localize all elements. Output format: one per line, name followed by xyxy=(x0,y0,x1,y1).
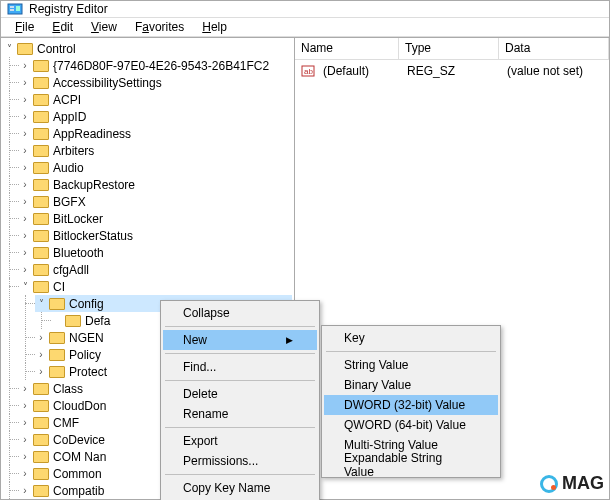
tree-label: CoDevice xyxy=(53,433,105,447)
expand-icon[interactable]: › xyxy=(35,366,47,378)
tree-node[interactable]: ›AccessibilitySettings xyxy=(19,74,292,91)
tree-node[interactable]: ›Audio xyxy=(19,159,292,176)
collapse-icon[interactable]: ˅ xyxy=(19,281,31,293)
tree-label: BGFX xyxy=(53,195,86,209)
folder-icon xyxy=(49,332,65,344)
ctx-copy-key-name[interactable]: Copy Key Name xyxy=(163,478,317,498)
expand-icon[interactable]: › xyxy=(19,485,31,497)
tree-node[interactable]: ›{7746D80F-97E0-4E26-9543-26B41FC2 xyxy=(19,57,292,74)
tree-label: Protect xyxy=(69,365,107,379)
folder-icon xyxy=(33,434,49,446)
ctx-delete[interactable]: Delete xyxy=(163,384,317,404)
expand-icon[interactable]: › xyxy=(19,60,31,72)
ctx-new-qword[interactable]: QWORD (64-bit) Value xyxy=(324,415,498,435)
tree-node[interactable]: ›AppReadiness xyxy=(19,125,292,142)
value-name: (Default) xyxy=(317,64,401,78)
expand-icon[interactable]: › xyxy=(19,468,31,480)
expand-icon[interactable]: › xyxy=(35,349,47,361)
tree-node-control[interactable]: ˅ Control xyxy=(3,40,292,57)
tree-label: BitlockerStatus xyxy=(53,229,133,243)
expand-icon[interactable]: › xyxy=(35,332,47,344)
menu-file[interactable]: File xyxy=(7,18,42,36)
ctx-permissions[interactable]: Permissions... xyxy=(163,451,317,471)
tree-node[interactable]: ›BitLocker xyxy=(19,210,292,227)
menu-view[interactable]: View xyxy=(83,18,125,36)
ctx-separator xyxy=(165,380,315,381)
list-row-default[interactable]: ab (Default) REG_SZ (value not set) xyxy=(297,62,607,80)
collapse-icon[interactable]: ˅ xyxy=(35,298,47,310)
ctx-find[interactable]: Find... xyxy=(163,357,317,377)
tree-node[interactable]: ›ACPI xyxy=(19,91,292,108)
expand-icon[interactable]: › xyxy=(19,434,31,446)
expand-icon[interactable]: › xyxy=(19,417,31,429)
tree-label: AppID xyxy=(53,110,86,124)
tree-node[interactable]: ›BGFX xyxy=(19,193,292,210)
ctx-separator xyxy=(165,353,315,354)
folder-icon xyxy=(33,230,49,242)
tree-node[interactable]: ›Bluetooth xyxy=(19,244,292,261)
window-title: Registry Editor xyxy=(29,2,108,16)
collapse-icon[interactable]: ˅ xyxy=(3,43,15,55)
menu-favorites[interactable]: Favorites xyxy=(127,18,192,36)
ctx-export[interactable]: Export xyxy=(163,431,317,451)
col-type[interactable]: Type xyxy=(399,38,499,59)
expand-icon[interactable]: › xyxy=(19,247,31,259)
watermark-logo: MAG xyxy=(540,473,604,494)
tree-label: AppReadiness xyxy=(53,127,131,141)
folder-icon xyxy=(33,162,49,174)
ctx-new-dword[interactable]: DWORD (32-bit) Value xyxy=(324,395,498,415)
tree-node[interactable]: ›BitlockerStatus xyxy=(19,227,292,244)
expand-icon[interactable]: › xyxy=(19,128,31,140)
folder-icon xyxy=(33,417,49,429)
tree-label: Arbiters xyxy=(53,144,94,158)
expand-icon[interactable]: › xyxy=(19,451,31,463)
expand-icon[interactable]: › xyxy=(19,196,31,208)
col-name[interactable]: Name xyxy=(295,38,399,59)
folder-icon xyxy=(33,468,49,480)
expand-icon[interactable]: › xyxy=(19,145,31,157)
expand-icon[interactable]: › xyxy=(19,111,31,123)
ctx-new-binary[interactable]: Binary Value xyxy=(324,375,498,395)
ctx-separator xyxy=(165,326,315,327)
menubar: File Edit View Favorites Help xyxy=(1,18,609,37)
ctx-new-string[interactable]: String Value xyxy=(324,355,498,375)
folder-icon xyxy=(33,94,49,106)
menu-help[interactable]: Help xyxy=(194,18,235,36)
expand-icon[interactable]: › xyxy=(19,94,31,106)
svg-text:ab: ab xyxy=(304,67,313,76)
ctx-new-key[interactable]: Key xyxy=(324,328,498,348)
value-data: (value not set) xyxy=(501,64,607,78)
ctx-new[interactable]: New▶ xyxy=(163,330,317,350)
tree-node[interactable]: ˅CI xyxy=(19,278,292,295)
menu-edit[interactable]: Edit xyxy=(44,18,81,36)
ctx-collapse[interactable]: Collapse xyxy=(163,303,317,323)
expand-icon[interactable]: › xyxy=(19,77,31,89)
expand-icon[interactable]: › xyxy=(19,213,31,225)
tree-node[interactable]: ›Arbiters xyxy=(19,142,292,159)
folder-icon xyxy=(33,281,49,293)
expand-icon[interactable]: › xyxy=(19,179,31,191)
folder-icon xyxy=(33,451,49,463)
ctx-new-expstring[interactable]: Expandable String Value xyxy=(324,455,498,475)
folder-icon xyxy=(33,77,49,89)
list-header: Name Type Data xyxy=(295,38,609,60)
tree-node[interactable]: ›BackupRestore xyxy=(19,176,292,193)
titlebar: Registry Editor xyxy=(1,1,609,18)
folder-icon xyxy=(33,213,49,225)
tree-node[interactable]: ›AppID xyxy=(19,108,292,125)
tree-node[interactable]: ›cfgAdll xyxy=(19,261,292,278)
value-type: REG_SZ xyxy=(401,64,501,78)
expand-icon[interactable]: › xyxy=(19,400,31,412)
expand-icon[interactable]: › xyxy=(19,230,31,242)
regedit-icon xyxy=(7,1,23,17)
folder-icon xyxy=(33,111,49,123)
tree-label: AccessibilitySettings xyxy=(53,76,162,90)
expand-icon[interactable]: › xyxy=(19,264,31,276)
col-data[interactable]: Data xyxy=(499,38,609,59)
ctx-rename[interactable]: Rename xyxy=(163,404,317,424)
tree-label: COM Nan xyxy=(53,450,106,464)
folder-icon xyxy=(49,298,65,310)
expand-icon[interactable]: › xyxy=(19,162,31,174)
ctx-separator xyxy=(326,351,496,352)
expand-icon[interactable]: › xyxy=(19,383,31,395)
